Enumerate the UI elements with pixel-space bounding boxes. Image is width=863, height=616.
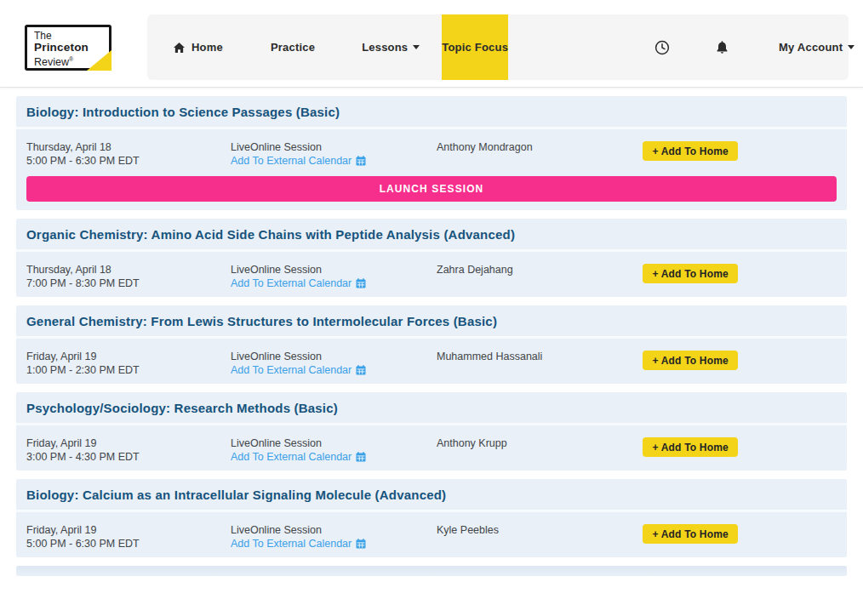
nav-item-home[interactable]: Home [173,41,223,54]
session-type-label: LiveOnline Session [231,523,437,537]
session-instructor: Anthony Mondragon [437,140,643,154]
session-card: General Chemistry: From Lewis Structures… [16,305,847,384]
session-date: Friday, April 19 [26,523,231,537]
session-instructor: Anthony Krupp [437,436,643,450]
add-to-home-button[interactable]: + Add To Home [643,141,738,161]
session-datetime: Thursday, April 18 5:00 PM - 6:30 PM EDT [26,140,231,168]
session-title: Psychology/Sociology: Research Methods (… [26,401,338,415]
session-time: 5:00 PM - 6:30 PM EDT [26,537,231,550]
calendar-icon [356,539,366,549]
calendar-icon [356,278,366,288]
add-to-home-button[interactable]: + Add To Home [643,264,738,283]
session-card: Biology: Calcium as an Intracellular Sig… [16,479,847,557]
session-list: Biology: Introduction to Science Passage… [0,88,863,576]
session-date: Friday, April 19 [26,350,231,363]
session-instructor: Kyle Peebles [437,523,643,537]
next-card-partial [16,566,847,576]
add-to-external-calendar-link[interactable]: Add To External Calendar [231,363,366,377]
add-to-home-button[interactable]: + Add To Home [643,351,738,370]
add-to-home-button[interactable]: + Add To Home [643,437,738,457]
chevron-down-icon [848,45,854,49]
launch-session-button[interactable]: LAUNCH SESSION [26,176,837,202]
chevron-down-icon [413,45,420,49]
home-icon [173,42,186,54]
session-time: 5:00 PM - 6:30 PM EDT [26,154,231,168]
session-datetime: Friday, April 19 5:00 PM - 6:30 PM EDT [26,523,231,550]
session-time: 7:00 PM - 8:30 PM EDT [26,277,231,290]
session-date: Thursday, April 18 [26,140,231,154]
session-title: General Chemistry: From Lewis Structures… [26,314,497,328]
session-date: Friday, April 19 [26,436,231,450]
calendar-icon [356,365,366,375]
add-to-external-calendar-link[interactable]: Add To External Calendar [231,450,366,464]
clock-icon [654,40,670,55]
session-date: Thursday, April 18 [26,263,231,277]
session-card: Organic Chemistry: Amino Acid Side Chain… [16,219,847,297]
session-time: 3:00 PM - 4:30 PM EDT [26,450,231,464]
nav-item-practice[interactable]: Practice [271,41,315,54]
session-card: Psychology/Sociology: Research Methods (… [16,392,847,471]
session-type-label: LiveOnline Session [231,140,437,154]
add-to-external-calendar-link[interactable]: Add To External Calendar [231,537,366,550]
calendar-icon [356,156,366,166]
nav-item-my-account[interactable]: My Account [779,41,854,54]
session-type-label: LiveOnline Session [231,263,437,277]
main-nav: Home Practice Lessons Topic Focus My Acc… [147,14,849,80]
logo-yellow-triangle [87,50,111,71]
session-instructor: Zahra Dejahang [437,263,643,277]
session-title: Organic Chemistry: Amino Acid Side Chain… [26,227,515,242]
clock-button[interactable] [654,40,670,55]
app-header: The Princeton Review® Home Practice Less… [0,0,863,88]
session-card: Biology: Introduction to Science Passage… [16,96,847,210]
calendar-icon [356,452,366,462]
add-to-home-button[interactable]: + Add To Home [643,524,738,544]
session-datetime: Thursday, April 18 7:00 PM - 8:30 PM EDT [26,263,231,290]
notifications-button[interactable] [715,40,729,55]
session-datetime: Friday, April 19 1:00 PM - 2:30 PM EDT [26,350,231,377]
princeton-review-logo[interactable]: The Princeton Review® [25,25,111,71]
session-type-label: LiveOnline Session [231,350,437,363]
session-type-label: LiveOnline Session [231,436,437,450]
add-to-external-calendar-link[interactable]: Add To External Calendar [231,277,366,290]
session-title: Biology: Calcium as an Intracellular Sig… [26,488,446,502]
session-time: 1:00 PM - 2:30 PM EDT [26,363,231,377]
nav-item-lessons[interactable]: Lessons [362,41,420,54]
session-title: Biology: Introduction to Science Passage… [26,105,340,119]
logo-text-the: The [34,30,109,42]
session-datetime: Friday, April 19 3:00 PM - 4:30 PM EDT [26,436,231,464]
add-to-external-calendar-link[interactable]: Add To External Calendar [231,154,366,168]
session-instructor: Muhammed Hassanali [437,350,643,363]
nav-item-topic-focus[interactable]: Topic Focus [442,14,508,80]
bell-icon [715,40,729,55]
